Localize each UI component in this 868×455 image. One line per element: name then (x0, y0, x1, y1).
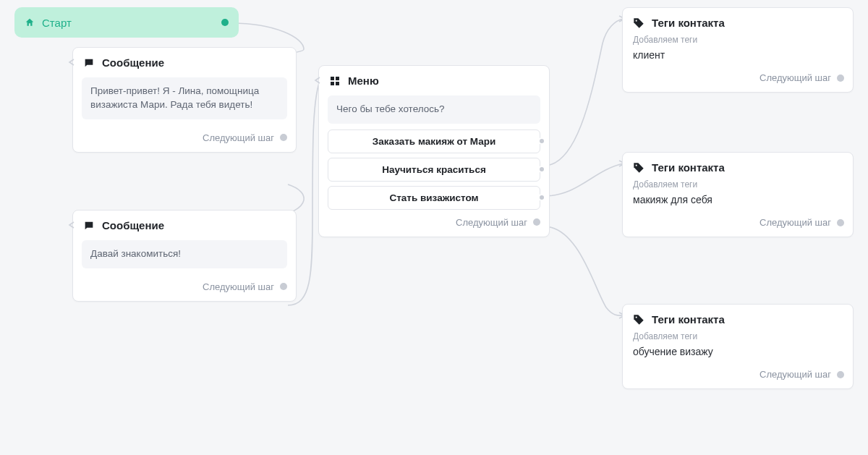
node-title: Меню (348, 75, 379, 87)
menu-option-label: Стать визажистом (389, 192, 478, 203)
input-port[interactable] (67, 221, 76, 229)
tag-node-1[interactable]: Теги контакта Добавляем теги клиент След… (622, 7, 854, 93)
message-node-1[interactable]: Сообщение Привет-привет! Я - Лина, помощ… (72, 47, 297, 153)
start-node[interactable]: Старт (14, 7, 239, 38)
message-icon (83, 57, 95, 69)
option-output-port[interactable] (538, 166, 545, 173)
message-text: Привет-привет! Я - Лина, помощница визаж… (82, 77, 287, 119)
node-title: Теги контакта (652, 17, 725, 29)
svg-rect-2 (331, 82, 334, 85)
next-step-port[interactable] (837, 219, 844, 226)
next-step-port[interactable] (280, 283, 287, 290)
option-output-port[interactable] (538, 137, 545, 145)
tag-value: клиент (623, 46, 853, 65)
message-node-2[interactable]: Сообщение Давай знакомиться! Следующий ш… (72, 210, 297, 302)
tag-node-2[interactable]: Теги контакта Добавляем теги макияж для … (622, 152, 854, 237)
tag-node-3[interactable]: Теги контакта Добавляем теги обучение ви… (622, 304, 854, 389)
next-step-label: Следующий шаг (203, 132, 274, 143)
svg-point-4 (636, 20, 637, 21)
next-step-port[interactable] (280, 134, 287, 141)
svg-rect-3 (336, 82, 339, 85)
next-step-label: Следующий шаг (760, 217, 831, 228)
add-tags-label: Добавляем теги (623, 33, 853, 46)
svg-rect-1 (336, 77, 339, 80)
next-step-port[interactable] (533, 218, 540, 226)
node-title: Теги контакта (652, 161, 725, 174)
menu-option-label: Научиться краситься (382, 164, 486, 175)
tag-icon (633, 162, 644, 174)
add-tags-label: Добавляем теги (623, 178, 853, 191)
svg-point-5 (636, 164, 637, 166)
menu-option-label: Заказать макияж от Мари (373, 136, 495, 147)
menu-node[interactable]: Меню Чего бы тебе хотелось? Заказать мак… (318, 65, 550, 237)
svg-rect-0 (331, 77, 334, 80)
start-output-port[interactable] (221, 19, 229, 26)
node-title: Теги контакта (652, 313, 725, 326)
next-step-label: Следующий шаг (760, 72, 831, 83)
input-port[interactable] (313, 76, 322, 85)
message-text: Давай знакомиться! (82, 240, 287, 268)
input-port[interactable] (67, 58, 76, 67)
tag-icon (633, 17, 644, 29)
option-output-port[interactable] (538, 194, 545, 201)
home-icon (25, 17, 35, 27)
menu-icon (329, 75, 341, 87)
svg-point-6 (636, 316, 637, 318)
next-step-label: Следующий шаг (456, 217, 527, 228)
tag-icon (633, 314, 644, 326)
menu-option-1[interactable]: Заказать макияж от Мари (328, 129, 540, 153)
start-label: Старт (42, 17, 221, 29)
add-tags-label: Добавляем теги (623, 330, 853, 343)
next-step-label: Следующий шаг (760, 369, 831, 380)
message-icon (83, 220, 95, 231)
next-step-port[interactable] (837, 371, 844, 378)
node-title: Сообщение (102, 219, 164, 231)
menu-option-3[interactable]: Стать визажистом (328, 186, 540, 210)
next-step-label: Следующий шаг (203, 281, 274, 292)
menu-prompt: Чего бы тебе хотелось? (328, 95, 540, 124)
tag-value: макияж для себя (623, 191, 853, 210)
node-title: Сообщение (102, 56, 164, 69)
tag-value: обучение визажу (623, 343, 853, 362)
next-step-port[interactable] (837, 75, 844, 82)
menu-option-2[interactable]: Научиться краситься (328, 158, 540, 182)
